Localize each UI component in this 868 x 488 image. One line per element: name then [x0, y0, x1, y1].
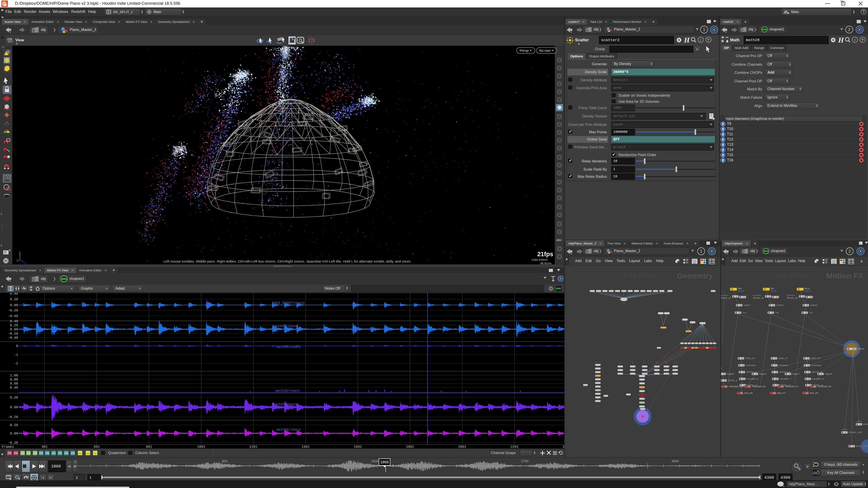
svg-text:601: 601: [94, 445, 100, 449]
svg-text:-0.20: -0.20: [8, 332, 18, 336]
svg-text:0J6.aif: 0J6.aif: [738, 290, 744, 292]
svg-text:0.20: 0.20: [10, 324, 18, 327]
svg-text:ENV_P8: ENV_P8: [810, 392, 818, 394]
svg-text:Docto: Docto: [857, 420, 862, 422]
svg-text:MAIN: MAIN: [863, 423, 868, 425]
svg-text:900: 900: [222, 459, 227, 463]
svg-text:-2: -2: [14, 362, 18, 365]
svg-text:FEED_PT: FEED_PT: [778, 357, 788, 359]
svg-text:801: 801: [146, 445, 152, 449]
svg-text:TRIGGER_P7: TRIGGER_P7: [785, 385, 799, 388]
svg-text:0.00: 0.00: [10, 303, 18, 307]
svg-text:ENV_P6: ENV_P6: [744, 392, 752, 394]
svg-text:0: 0: [16, 344, 18, 348]
svg-text:T15: T15: [775, 311, 779, 314]
svg-text:-0.40: -0.40: [8, 314, 18, 318]
svg-text:0.00: 0.00: [10, 405, 18, 410]
svg-text:2700: 2700: [521, 459, 528, 463]
svg-text:FEED_P8: FEED_P8: [811, 357, 820, 359]
svg-text:Indie Edition: Indie Edition: [623, 272, 658, 279]
svg-text:y: y: [19, 251, 21, 254]
svg-text:-0.20: -0.20: [8, 441, 18, 445]
svg-text:TRACK_13: TRACK_13: [721, 297, 731, 299]
svg-text:math18: math18: [776, 304, 783, 306]
svg-text:1401: 1401: [302, 445, 310, 449]
svg-text:file6: file6: [738, 287, 742, 290]
svg-text:0.20: 0.20: [10, 423, 18, 427]
svg-text:0.00: 0.00: [10, 432, 18, 435]
svg-text:Geometry: Geometry: [677, 271, 713, 280]
svg-text:?: ?: [707, 38, 709, 42]
svg-text:0.20: 0.20: [10, 396, 18, 400]
svg-text:math20/chan3: math20/chan3: [273, 402, 297, 406]
svg-text:T14: T14: [742, 311, 746, 314]
svg-text:-0.40: -0.40: [8, 336, 18, 340]
svg-text:math20/chan2: math20/chan2: [275, 389, 300, 393]
svg-text:envelope6: envelope6: [746, 364, 756, 366]
svg-text:2201: 2201: [510, 445, 519, 449]
svg-text:0J8.aif: 0J8.aif: [804, 290, 811, 292]
svg-text:TRIGGER_P8: TRIGGER_P8: [817, 385, 831, 388]
svg-text:i: i: [700, 37, 701, 42]
svg-text:H: H: [684, 36, 690, 44]
svg-text:envelope8: envelope8: [811, 364, 821, 366]
svg-text:trigger8: trigger8: [825, 372, 832, 375]
svg-text:1001: 1001: [197, 445, 205, 449]
svg-text:0.80: 0.80: [10, 378, 18, 382]
svg-text:0.40: 0.40: [10, 386, 18, 390]
svg-text:Indie Edition: Indie Edition: [775, 272, 810, 279]
svg-text:math19: math19: [810, 304, 817, 306]
svg-text:1866: 1866: [380, 460, 389, 464]
svg-text:ENV_P7: ENV_P7: [777, 392, 785, 394]
svg-text:TRACK_16: TRACK_16: [786, 297, 798, 299]
svg-text:-1: -1: [14, 353, 18, 357]
svg-text:abc: abc: [556, 238, 562, 242]
svg-text:Geometry: Geometry: [786, 294, 795, 296]
svg-text:x: x: [17, 258, 18, 261]
svg-text:0.40: 0.40: [10, 293, 18, 296]
svg-text:trigger7: trigger7: [792, 372, 800, 375]
svg-text:math20/chan0: math20/chan0: [274, 324, 298, 328]
svg-text:1201: 1201: [249, 445, 257, 449]
svg-text:file10: file10: [804, 287, 810, 290]
svg-text:envelope7: envelope7: [779, 364, 789, 366]
svg-text:0.20: 0.20: [10, 297, 18, 301]
svg-text:FRONT_LEFT: FRONT_LEFT: [849, 431, 863, 433]
svg-text:Frames: Frames: [2, 445, 14, 449]
svg-text:i: i: [854, 37, 855, 42]
svg-text:3600: 3600: [671, 459, 679, 463]
svg-text:Geometry: Geometry: [753, 294, 761, 296]
svg-text:1: 1: [74, 459, 76, 463]
svg-text:T16: T16: [809, 311, 813, 314]
svg-text:1801: 1801: [406, 445, 414, 449]
svg-text:math17: math17: [743, 304, 751, 306]
svg-text:0.60: 0.60: [10, 382, 18, 386]
svg-text:0J7.aif: 0J7.aif: [771, 290, 777, 292]
svg-text:0.00: 0.00: [10, 328, 18, 331]
svg-text:1800: 1800: [371, 459, 378, 463]
svg-text:TRIGGER_P6: TRIGGER_P6: [752, 385, 766, 388]
svg-text:1601: 1601: [354, 445, 362, 449]
svg-text:trigger5: trigger5: [727, 372, 734, 375]
svg-text:2401: 2401: [563, 445, 564, 449]
svg-text:Geometry: Geometry: [721, 294, 728, 296]
svg-text:trigger6: trigger6: [759, 372, 767, 375]
svg-text:math20/chan4: math20/chan4: [276, 428, 301, 432]
svg-text:0.40: 0.40: [10, 320, 18, 323]
svg-text:math20/chan1: math20/chan1: [276, 345, 301, 349]
svg-text:TRACK_14: TRACK_14: [753, 297, 764, 299]
svg-text:math20: math20: [857, 348, 865, 350]
svg-text:TRIGGER_P5: TRIGGER_P5: [729, 385, 742, 388]
svg-text:401: 401: [41, 445, 48, 449]
svg-text:2001: 2001: [458, 445, 466, 449]
svg-text:1.00: 1.00: [10, 374, 18, 378]
svg-text:-0.20: -0.20: [8, 415, 18, 419]
svg-text:file7: file7: [771, 287, 774, 290]
svg-text:BACK_RIGHT/chan4: BACK_RIGHT/chan4: [272, 301, 305, 305]
svg-text:H: H: [838, 36, 844, 44]
svg-text:Motion FX: Motion FX: [826, 271, 864, 280]
svg-text:?: ?: [861, 38, 864, 42]
svg-text:Docto: Docto: [842, 428, 847, 431]
svg-text:FEED_P6: FEED_P6: [745, 357, 755, 359]
svg-text:3DFPS_9: 3DFPS_9: [728, 379, 737, 382]
